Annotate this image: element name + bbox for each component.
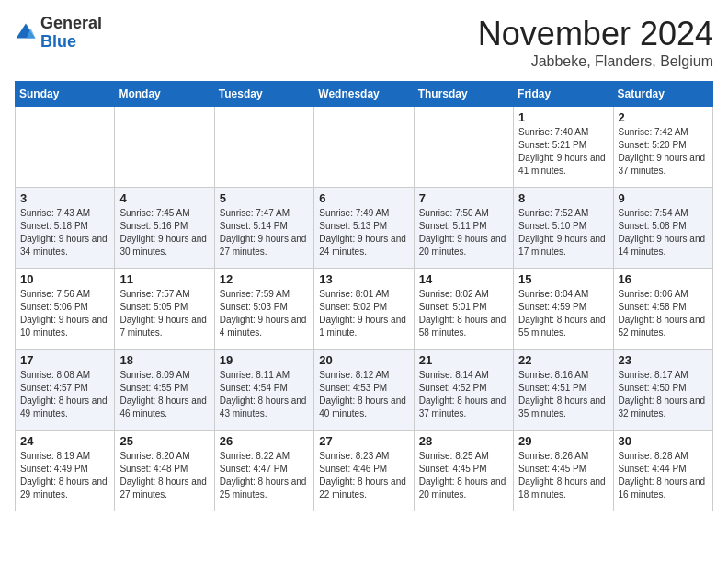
- day-info: Sunrise: 7:40 AM Sunset: 5:21 PM Dayligh…: [518, 126, 608, 178]
- week-row-1: 1Sunrise: 7:40 AM Sunset: 5:21 PM Daylig…: [16, 107, 713, 188]
- calendar-cell: 9Sunrise: 7:54 AM Sunset: 5:08 PM Daylig…: [613, 188, 712, 269]
- calendar-cell: 1Sunrise: 7:40 AM Sunset: 5:21 PM Daylig…: [514, 107, 613, 188]
- calendar-table: SundayMondayTuesdayWednesdayThursdayFrid…: [15, 81, 713, 511]
- day-number: 5: [220, 191, 309, 205]
- calendar-cell: 7Sunrise: 7:50 AM Sunset: 5:11 PM Daylig…: [414, 188, 513, 269]
- day-number: 30: [619, 434, 708, 448]
- calendar-cell: 8Sunrise: 7:52 AM Sunset: 5:10 PM Daylig…: [514, 188, 613, 269]
- day-info: Sunrise: 8:01 AM Sunset: 5:02 PM Dayligh…: [319, 288, 408, 339]
- calendar-cell: 5Sunrise: 7:47 AM Sunset: 5:14 PM Daylig…: [214, 188, 313, 269]
- day-number: 11: [119, 272, 209, 286]
- day-info: Sunrise: 8:06 AM Sunset: 4:58 PM Dayligh…: [619, 288, 708, 339]
- day-info: Sunrise: 8:22 AM Sunset: 4:47 PM Dayligh…: [220, 450, 309, 501]
- logo-general: General: [40, 15, 102, 33]
- day-number: 10: [20, 272, 109, 286]
- calendar-cell: 6Sunrise: 7:49 AM Sunset: 5:13 PM Daylig…: [314, 188, 414, 269]
- calendar-cell: 18Sunrise: 8:09 AM Sunset: 4:55 PM Dayli…: [115, 350, 214, 431]
- calendar-cell: 30Sunrise: 8:28 AM Sunset: 4:44 PM Dayli…: [613, 431, 712, 511]
- day-number: 21: [419, 353, 508, 367]
- day-number: 7: [419, 191, 508, 205]
- day-info: Sunrise: 7:45 AM Sunset: 5:16 PM Dayligh…: [119, 207, 209, 259]
- location-title: Jabbeke, Flanders, Belgium: [478, 53, 713, 70]
- calendar-cell: 28Sunrise: 8:25 AM Sunset: 4:45 PM Dayli…: [414, 431, 513, 511]
- calendar-cell: 23Sunrise: 8:17 AM Sunset: 4:50 PM Dayli…: [613, 350, 712, 431]
- logo-text: General Blue: [40, 15, 102, 52]
- header-monday: Monday: [115, 82, 214, 107]
- week-row-3: 10Sunrise: 7:56 AM Sunset: 5:06 PM Dayli…: [16, 269, 713, 350]
- day-number: 29: [518, 434, 608, 448]
- calendar-cell: 27Sunrise: 8:23 AM Sunset: 4:46 PM Dayli…: [314, 431, 414, 511]
- day-info: Sunrise: 8:26 AM Sunset: 4:45 PM Dayligh…: [518, 450, 608, 501]
- day-number: 15: [518, 272, 608, 286]
- day-info: Sunrise: 8:12 AM Sunset: 4:53 PM Dayligh…: [319, 369, 408, 420]
- day-number: 9: [619, 191, 708, 205]
- calendar-cell: [314, 107, 414, 188]
- day-number: 27: [319, 434, 408, 448]
- calendar-cell: 24Sunrise: 8:19 AM Sunset: 4:49 PM Dayli…: [16, 431, 115, 511]
- title-block: November 2024 Jabbeke, Flanders, Belgium: [478, 15, 713, 70]
- day-info: Sunrise: 7:57 AM Sunset: 5:05 PM Dayligh…: [119, 288, 209, 339]
- calendar-cell: [115, 107, 214, 188]
- calendar-cell: 11Sunrise: 7:57 AM Sunset: 5:05 PM Dayli…: [115, 269, 214, 350]
- calendar-cell: 12Sunrise: 7:59 AM Sunset: 5:03 PM Dayli…: [214, 269, 313, 350]
- day-info: Sunrise: 8:20 AM Sunset: 4:48 PM Dayligh…: [119, 450, 209, 501]
- logo-blue: Blue: [40, 33, 102, 52]
- calendar-cell: [414, 107, 513, 188]
- calendar-cell: 13Sunrise: 8:01 AM Sunset: 5:02 PM Dayli…: [314, 269, 414, 350]
- day-info: Sunrise: 7:52 AM Sunset: 5:10 PM Dayligh…: [518, 207, 608, 259]
- header-thursday: Thursday: [414, 82, 513, 107]
- day-number: 2: [619, 110, 708, 124]
- logo: General Blue: [15, 15, 102, 52]
- day-info: Sunrise: 7:59 AM Sunset: 5:03 PM Dayligh…: [220, 288, 309, 339]
- calendar-cell: 17Sunrise: 8:08 AM Sunset: 4:57 PM Dayli…: [16, 350, 115, 431]
- header-tuesday: Tuesday: [214, 82, 313, 107]
- calendar-cell: 2Sunrise: 7:42 AM Sunset: 5:20 PM Daylig…: [613, 107, 712, 188]
- day-number: 28: [419, 434, 508, 448]
- day-number: 25: [119, 434, 209, 448]
- calendar-cell: 26Sunrise: 8:22 AM Sunset: 4:47 PM Dayli…: [214, 431, 313, 511]
- day-number: 3: [20, 191, 109, 205]
- day-info: Sunrise: 8:09 AM Sunset: 4:55 PM Dayligh…: [119, 369, 209, 420]
- day-info: Sunrise: 7:49 AM Sunset: 5:13 PM Dayligh…: [319, 207, 408, 259]
- day-info: Sunrise: 7:50 AM Sunset: 5:11 PM Dayligh…: [419, 207, 508, 259]
- calendar-cell: 16Sunrise: 8:06 AM Sunset: 4:58 PM Dayli…: [613, 269, 712, 350]
- week-row-5: 24Sunrise: 8:19 AM Sunset: 4:49 PM Dayli…: [16, 431, 713, 511]
- day-info: Sunrise: 7:42 AM Sunset: 5:20 PM Dayligh…: [619, 126, 708, 178]
- day-info: Sunrise: 8:04 AM Sunset: 4:59 PM Dayligh…: [518, 288, 608, 339]
- calendar-cell: 21Sunrise: 8:14 AM Sunset: 4:52 PM Dayli…: [414, 350, 513, 431]
- day-number: 24: [20, 434, 109, 448]
- day-number: 8: [518, 191, 608, 205]
- day-info: Sunrise: 7:56 AM Sunset: 5:06 PM Dayligh…: [20, 288, 109, 339]
- calendar-cell: 14Sunrise: 8:02 AM Sunset: 5:01 PM Dayli…: [414, 269, 513, 350]
- day-number: 23: [619, 353, 708, 367]
- day-info: Sunrise: 8:23 AM Sunset: 4:46 PM Dayligh…: [319, 450, 408, 501]
- day-number: 20: [319, 353, 408, 367]
- day-info: Sunrise: 8:11 AM Sunset: 4:54 PM Dayligh…: [220, 369, 309, 420]
- day-info: Sunrise: 7:43 AM Sunset: 5:18 PM Dayligh…: [20, 207, 109, 259]
- calendar-cell: 4Sunrise: 7:45 AM Sunset: 5:16 PM Daylig…: [115, 188, 214, 269]
- day-info: Sunrise: 8:08 AM Sunset: 4:57 PM Dayligh…: [20, 369, 109, 420]
- calendar-cell: 3Sunrise: 7:43 AM Sunset: 5:18 PM Daylig…: [16, 188, 115, 269]
- week-row-4: 17Sunrise: 8:08 AM Sunset: 4:57 PM Dayli…: [16, 350, 713, 431]
- day-number: 16: [619, 272, 708, 286]
- calendar-cell: 10Sunrise: 7:56 AM Sunset: 5:06 PM Dayli…: [16, 269, 115, 350]
- day-info: Sunrise: 7:47 AM Sunset: 5:14 PM Dayligh…: [220, 207, 309, 259]
- calendar-cell: 20Sunrise: 8:12 AM Sunset: 4:53 PM Dayli…: [314, 350, 414, 431]
- day-number: 18: [119, 353, 209, 367]
- week-row-2: 3Sunrise: 7:43 AM Sunset: 5:18 PM Daylig…: [16, 188, 713, 269]
- day-number: 13: [319, 272, 408, 286]
- day-info: Sunrise: 8:14 AM Sunset: 4:52 PM Dayligh…: [419, 369, 508, 420]
- day-number: 4: [119, 191, 209, 205]
- logo-icon: [15, 22, 37, 44]
- day-info: Sunrise: 8:17 AM Sunset: 4:50 PM Dayligh…: [619, 369, 708, 420]
- day-info: Sunrise: 8:19 AM Sunset: 4:49 PM Dayligh…: [20, 450, 109, 501]
- header-wednesday: Wednesday: [314, 82, 414, 107]
- day-number: 1: [518, 110, 608, 124]
- header-saturday: Saturday: [613, 82, 712, 107]
- day-info: Sunrise: 8:16 AM Sunset: 4:51 PM Dayligh…: [518, 369, 608, 420]
- header-row: SundayMondayTuesdayWednesdayThursdayFrid…: [16, 82, 713, 107]
- day-number: 22: [518, 353, 608, 367]
- day-number: 6: [319, 191, 408, 205]
- day-info: Sunrise: 8:02 AM Sunset: 5:01 PM Dayligh…: [419, 288, 508, 339]
- calendar-cell: 15Sunrise: 8:04 AM Sunset: 4:59 PM Dayli…: [514, 269, 613, 350]
